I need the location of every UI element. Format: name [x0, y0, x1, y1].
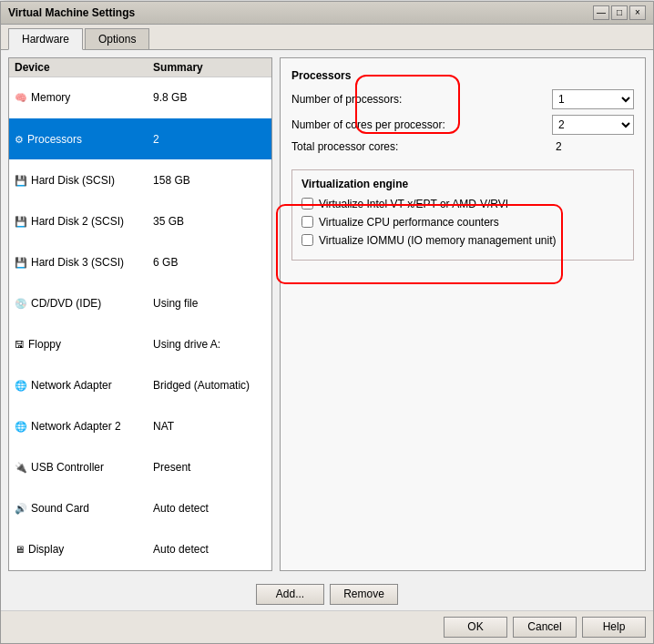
table-row[interactable]: 🔊Sound CardAuto detect: [9, 487, 271, 528]
tab-bar: Hardware Options: [1, 25, 653, 50]
minimize-button[interactable]: —: [593, 5, 609, 20]
add-button[interactable]: Add...: [256, 584, 324, 605]
col-summary: Summary: [148, 58, 271, 77]
num-processors-label: Number of processors:: [291, 93, 552, 106]
close-button[interactable]: ×: [629, 5, 646, 20]
virt-option-row: Virtualize CPU performance counters: [301, 216, 624, 229]
display-icon: 🖥: [15, 544, 25, 555]
virt-checkbox-1[interactable]: [301, 216, 313, 228]
device-list-panel: Device Summary 🧠Memory9.8 GB⚙Processors2…: [8, 57, 272, 571]
cores-per-processor-row: Number of cores per processor: 1248: [291, 115, 634, 135]
harddisk-icon: 💾: [15, 257, 27, 268]
title-bar: Virtual Machine Settings — □ ×: [1, 2, 653, 25]
footer-buttons: OK Cancel Help: [1, 610, 653, 643]
table-row[interactable]: 💾Hard Disk (SCSI)158 GB: [9, 159, 271, 200]
cores-per-processor-select[interactable]: 1248: [552, 115, 634, 135]
table-row[interactable]: 🖥DisplayAuto detect: [9, 528, 271, 569]
table-row[interactable]: 💾Hard Disk 2 (SCSI)35 GB: [9, 200, 271, 241]
network-icon: 🌐: [15, 380, 27, 391]
window-title: Virtual Machine Settings: [8, 6, 135, 19]
num-processors-select[interactable]: 1248: [552, 89, 634, 109]
add-remove-area: Add... Remove: [1, 578, 653, 610]
tab-hardware[interactable]: Hardware: [8, 28, 83, 50]
table-row[interactable]: 💾Hard Disk 3 (SCSI)6 GB: [9, 241, 271, 282]
harddisk-icon: 💾: [15, 216, 27, 227]
table-row[interactable]: 🖫FloppyUsing drive A:: [9, 323, 271, 364]
virtual-machine-settings-window: Virtual Machine Settings — □ × Hardware …: [0, 1, 654, 644]
virtualization-options: Virtualize Intel VT-x/EPT or AMD-V/RVIVi…: [301, 198, 624, 247]
virt-option-row: Virtualize Intel VT-x/EPT or AMD-V/RVI: [301, 198, 624, 210]
total-cores-value: 2: [552, 140, 634, 153]
table-row[interactable]: 🔌USB ControllerPresent: [9, 446, 271, 487]
col-device: Device: [9, 58, 148, 77]
cores-per-processor-label: Number of cores per processor:: [291, 118, 552, 131]
sound-icon: 🔊: [15, 503, 27, 514]
harddisk-icon: 💾: [15, 175, 27, 186]
virtualization-title: Virtualization engine: [301, 178, 624, 190]
total-cores-row: Total processor cores: 2: [291, 140, 634, 153]
table-row[interactable]: 🌐Network AdapterBridged (Automatic): [9, 364, 271, 405]
num-processors-row: Number of processors: 1248: [291, 89, 634, 109]
cancel-button[interactable]: Cancel: [513, 617, 577, 638]
table-row[interactable]: 💿CD/DVD (IDE)Using file: [9, 282, 271, 323]
processors-section-title: Processors: [291, 69, 634, 82]
remove-button[interactable]: Remove: [330, 584, 398, 605]
cdrom-icon: 💿: [15, 298, 27, 309]
virt-option-row: Virtualize IOMMU (IO memory management u…: [301, 234, 624, 247]
ok-button[interactable]: OK: [444, 617, 507, 638]
table-row[interactable]: 🧠Memory9.8 GB: [9, 77, 271, 118]
settings-panel: Processors Number of processors: 1248 Nu…: [280, 57, 646, 571]
device-table: Device Summary 🧠Memory9.8 GB⚙Processors2…: [9, 58, 271, 570]
total-cores-label: Total processor cores:: [291, 140, 552, 153]
virt-label-2: Virtualize IOMMU (IO memory management u…: [319, 234, 557, 247]
table-row[interactable]: ⚙Processors2: [9, 118, 271, 159]
virt-label-1: Virtualize CPU performance counters: [319, 216, 499, 229]
main-content: Device Summary 🧠Memory9.8 GB⚙Processors2…: [1, 50, 653, 578]
table-row[interactable]: 🌐Network Adapter 2NAT: [9, 405, 271, 446]
virt-label-0: Virtualize Intel VT-x/EPT or AMD-V/RVI: [319, 198, 508, 210]
virt-checkbox-0[interactable]: [301, 198, 313, 210]
maximize-button[interactable]: □: [611, 5, 628, 20]
memory-icon: 🧠: [15, 92, 27, 103]
floppy-icon: 🖫: [15, 339, 25, 350]
usb-icon: 🔌: [15, 462, 27, 473]
title-bar-controls: — □ ×: [593, 5, 646, 20]
tab-options[interactable]: Options: [85, 28, 149, 49]
virtualization-section: Virtualization engine Virtualize Intel V…: [291, 169, 634, 261]
virt-checkbox-2[interactable]: [301, 234, 313, 246]
processor-icon: ⚙: [15, 134, 24, 145]
network-icon: 🌐: [15, 421, 27, 432]
help-button[interactable]: Help: [582, 617, 646, 638]
